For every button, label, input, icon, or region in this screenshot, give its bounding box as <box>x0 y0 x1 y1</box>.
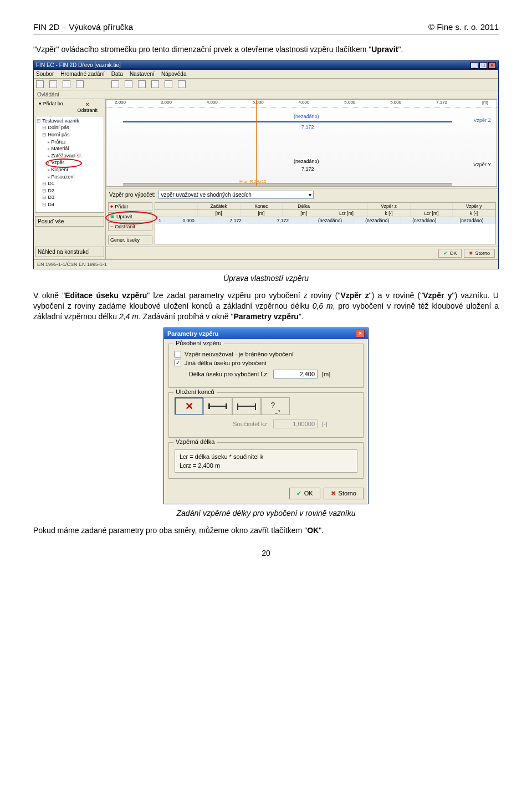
maximize-icon[interactable]: □ <box>479 62 487 69</box>
tree-view[interactable]: Testovací vazník Dolní pás Horní pás Prů… <box>35 116 104 213</box>
edit-button[interactable]: ▣Upravit <box>108 212 152 221</box>
group-label: Vzpěrná délka <box>173 438 217 445</box>
formula-line: Lcr = délka úseku * součinitel k <box>180 453 352 460</box>
check-icon: ✔ <box>296 490 301 497</box>
unit-label: [-] <box>322 421 328 427</box>
x-icon: ✖ <box>331 490 336 497</box>
toolbar <box>34 79 498 90</box>
tree-item[interactable]: Zatěžovací sl. <box>48 152 103 160</box>
outro-paragraph: Pokud máme zadané parametry pro oba směr… <box>33 525 499 536</box>
tree-item-vzper[interactable]: Vzpěr <box>48 159 103 166</box>
combo-label: Vzpěr pro výpočet: <box>109 192 155 198</box>
page-number: 20 <box>33 549 499 557</box>
plus-icon: + <box>110 204 113 209</box>
kz-input: 1,00000 <box>273 420 318 428</box>
checkbox-label: Jiná délka úseku pro vybočení <box>185 360 267 366</box>
chevron-down-icon: ▾ <box>309 192 311 198</box>
checkbox-neuvazovat[interactable] <box>175 351 181 357</box>
header-rule <box>33 34 499 34</box>
posud-vse-button[interactable]: Posuď vše <box>35 216 104 227</box>
length-input[interactable]: 2,400 <box>273 370 318 378</box>
menu-napoveda[interactable]: Nápověda <box>161 71 187 77</box>
support-none-button[interactable]: ✕ <box>175 397 203 415</box>
nezadano-label: (nezadáno) <box>294 158 319 164</box>
tree-item[interactable]: Průřez <box>48 139 103 146</box>
storno-button[interactable]: ✖Storno <box>324 488 364 499</box>
toolbar-icon[interactable] <box>178 80 186 88</box>
generate-button[interactable]: Gener. úseky <box>108 236 152 244</box>
zoom-in-icon[interactable] <box>111 80 119 88</box>
toolbar-icon[interactable] <box>76 80 84 88</box>
hint-dim: Hlor. R 24x20 <box>239 179 266 184</box>
dialog-titlebar: Parametry vzpěru × <box>164 328 368 339</box>
edit-icon: ▣ <box>110 214 115 219</box>
caption-1: Úprava vlastností vzpěru <box>33 274 499 283</box>
pan-icon[interactable] <box>151 80 159 88</box>
support-fixed-button[interactable] <box>232 397 261 415</box>
app-title: FIN EC - FIN 2D Dřevo [vaznik.tie] <box>36 62 121 68</box>
menu-soubor[interactable]: Soubor <box>36 71 54 77</box>
checkbox-label: Vzpěr neuvažovat - je bráněno vybočení <box>185 351 294 357</box>
combo-vzper[interactable]: vzpěr uvažovat ve shodných úsecích ▾ <box>158 191 314 199</box>
toolbar-icon[interactable] <box>63 80 70 88</box>
dialog-parametry-vzperu: Parametry vzpěru × Působení vzpěru Vzpěr… <box>163 328 369 504</box>
check-icon: ✔ <box>443 250 448 256</box>
minimize-icon[interactable]: _ <box>470 62 478 69</box>
support-pin-button[interactable] <box>203 397 232 415</box>
nezadano-label: (nezadáno) <box>294 114 319 119</box>
line-icon <box>237 406 256 407</box>
zoom-fit-icon[interactable] <box>138 80 146 88</box>
left-panel: ▾ Přidat bo. ×Odstranit Testovací vazník… <box>34 99 106 259</box>
minus-icon: − <box>110 224 113 229</box>
tree-item[interactable]: D4 <box>42 201 103 208</box>
checkbox-jina-delka[interactable] <box>175 360 181 366</box>
x-icon: ✖ <box>469 250 473 256</box>
nahled-button[interactable]: Náhled na konstrukci <box>35 247 104 257</box>
zoom-out-icon[interactable] <box>125 80 132 88</box>
group-ulozeni: Uložení konců ✕ ?⎯? Součinitel kz: 1,000… <box>168 392 364 438</box>
app-screenshot: FIN EC - FIN 2D Dřevo [vaznik.tie] _ □ ×… <box>33 60 499 269</box>
tree-root[interactable]: Testovací vazník <box>37 117 103 125</box>
toolbar-icon[interactable] <box>49 80 57 88</box>
window-controls: _ □ × <box>470 62 496 69</box>
line-icon <box>208 406 227 407</box>
vzper-z-label: Vzpěr Z <box>473 117 491 123</box>
remove-button[interactable]: ×Odstranit <box>71 100 105 114</box>
group-vzperna-delka: Vzpěrná délka Lcr = délka úseku * součin… <box>168 442 364 479</box>
menu-nastaveni[interactable]: Nastavení <box>130 71 155 77</box>
group-label: Uložení konců <box>173 388 217 395</box>
dim-label: 7,172 <box>301 124 314 130</box>
tree-item[interactable]: Dolní pás <box>42 124 103 131</box>
table-row[interactable]: 1 0,000 7,172 7,172 (nezadáno) (nezadáno… <box>155 217 495 224</box>
toolbar-icon[interactable] <box>36 80 44 88</box>
close-icon[interactable]: × <box>356 330 365 337</box>
intro-paragraph: "Vzpěr" ovládacího stromečku pro tento d… <box>33 44 499 55</box>
span-table[interactable]: Začátek Konec Délka Vzpěr z Vzpěr y [m] … <box>155 202 496 244</box>
crosshair-v <box>256 100 257 186</box>
tree-item[interactable]: Materiál <box>48 145 103 152</box>
add-button[interactable]: +Přidat <box>108 202 152 211</box>
dialog-title: Parametry vzpěru <box>167 330 218 337</box>
doc-header-left: FIN 2D – Výuková příručka <box>33 22 133 32</box>
x-icon: ✕ <box>185 400 193 412</box>
tree-item[interactable]: D3 <box>42 194 103 201</box>
canvas[interactable]: 2,000 3,000 4,000 5,000 4,000 5,000 5,00… <box>106 99 497 187</box>
storno-button[interactable]: ✖Storno <box>464 249 495 258</box>
tree-item[interactable]: Horní pás <box>42 131 103 139</box>
tree-item[interactable]: Posouzení <box>48 173 103 181</box>
doc-header-right: © Fine s. r. o. 2011 <box>428 22 499 32</box>
menu-data[interactable]: Data <box>111 71 123 77</box>
bar-vzper-z <box>123 121 452 122</box>
tree-item[interactable]: D2 <box>42 187 103 195</box>
ok-button[interactable]: ✔OK <box>289 488 320 499</box>
toolbar-icon[interactable] <box>165 80 172 88</box>
result-line: Lcrz = 2,400 m <box>180 462 352 469</box>
menu-hromadne[interactable]: Hromadné zadání <box>60 71 105 77</box>
mid-paragraph: V okně "Editace úseku vzpěru" lze zadat … <box>33 290 499 322</box>
ok-button[interactable]: ✔OK <box>438 249 462 258</box>
support-custom-button[interactable]: ?⎯? <box>261 397 290 415</box>
close-icon[interactable]: × <box>488 62 496 69</box>
tree-item[interactable]: D1 <box>42 180 103 187</box>
titlebar: FIN EC - FIN 2D Dřevo [vaznik.tie] _ □ × <box>34 61 498 70</box>
add-point-button[interactable]: ▾ Přidat bo. <box>35 100 69 114</box>
